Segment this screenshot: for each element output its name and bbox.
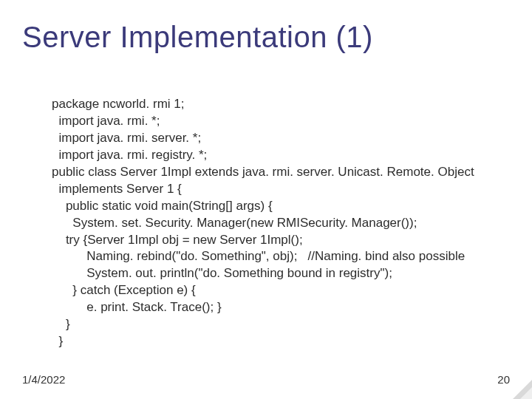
code-line: System. out. println("do. Something boun…: [52, 266, 392, 280]
code-line: try {Server 1Impl obj = new Server 1Impl…: [52, 233, 303, 247]
code-line: import java. rmi. server. *;: [52, 131, 201, 145]
corner-fold-icon: [520, 387, 532, 399]
code-line: System. set. Security. Manager(new RMISe…: [52, 216, 417, 230]
code-line: import java. rmi. registry. *;: [52, 148, 207, 162]
code-line: }: [52, 334, 63, 348]
code-line: implements Server 1 {: [52, 182, 182, 196]
code-line: package ncworld. rmi 1;: [52, 97, 185, 111]
footer-date: 1/4/2022: [22, 373, 65, 386]
code-line: e. print. Stack. Trace(); }: [52, 300, 222, 314]
code-line: }: [52, 317, 70, 331]
code-line: } catch (Exception e) {: [52, 283, 196, 297]
code-line: public class Server 1Impl extends java. …: [52, 165, 474, 179]
slide: Server Implementation (1) package ncworl…: [0, 0, 532, 399]
footer-page-number: 20: [497, 373, 510, 386]
slide-title: Server Implementation (1): [22, 21, 373, 54]
code-line: public static void main(String[] args) {: [52, 199, 273, 213]
code-line: Naming. rebind("do. Something", obj); //…: [52, 249, 465, 263]
code-block: package ncworld. rmi 1; import java. rmi…: [52, 96, 502, 350]
code-line: import java. rmi. *;: [52, 114, 160, 128]
